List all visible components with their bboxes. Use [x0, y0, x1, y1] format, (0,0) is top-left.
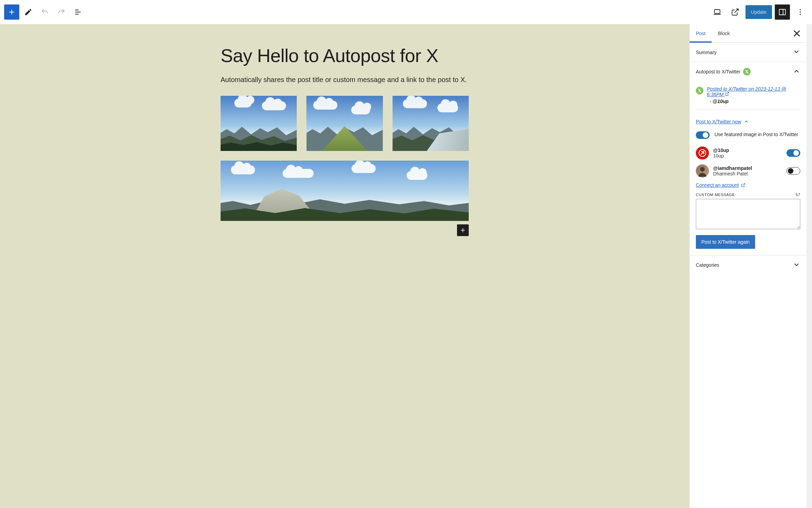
chevron-up-icon: [793, 68, 800, 76]
avatar-10up: [696, 146, 709, 160]
custom-message-count: 57: [796, 193, 800, 197]
canvas-inner: Say Hello to Autopost for X Automaticall…: [207, 45, 483, 221]
panorama-image[interactable]: [221, 161, 469, 221]
gallery-row: [221, 96, 469, 151]
account-row-10up: @10up 10up: [696, 146, 800, 160]
svg-point-3: [800, 11, 801, 12]
add-block-button[interactable]: [4, 4, 19, 20]
account-meta: @10up 10up: [713, 148, 729, 159]
post-title[interactable]: Say Hello to Autopost for X: [221, 45, 469, 66]
plus-icon: [459, 227, 466, 234]
posted-link[interactable]: Posted to X/Twitter on 2023-12-13 @ 6:36…: [707, 86, 800, 97]
document-overview-button[interactable]: [70, 4, 85, 20]
account-meta: @iamdharmpatel Dharmesh Patel: [713, 165, 752, 176]
editor-topbar: Update: [0, 0, 812, 24]
external-link-icon: [725, 92, 729, 96]
tab-post[interactable]: Post: [690, 24, 712, 42]
tools-button[interactable]: [21, 4, 36, 20]
account-row-iamdharmpatel: @iamdharmpatel Dharmesh Patel: [696, 164, 800, 177]
chevron-down-icon: [793, 261, 800, 270]
account-name: Dharmesh Patel: [713, 171, 752, 176]
x-badge-icon: [743, 68, 751, 75]
close-sidebar-button[interactable]: [791, 28, 802, 39]
view-button[interactable]: [710, 4, 725, 20]
editor-canvas[interactable]: Say Hello to Autopost for X Automaticall…: [0, 24, 689, 508]
external-link-icon: [731, 8, 739, 16]
posted-status: Posted to X/Twitter on 2023-12-13 @ 6:36…: [696, 86, 800, 104]
panel-autopost-title: Autopost to X/Twitter: [696, 69, 740, 74]
featured-image-toggle[interactable]: [696, 131, 710, 139]
options-button[interactable]: [793, 4, 808, 20]
panel-summary-header[interactable]: Summary: [690, 43, 806, 62]
post-now-link[interactable]: Post to X/Twitter now: [696, 119, 749, 124]
svg-point-7: [700, 167, 704, 172]
settings-sidebar: Post Block Summary Autopost to X/Twitter: [689, 24, 806, 508]
panel-autopost-body: Posted to X/Twitter on 2023-12-13 @ 6:36…: [690, 81, 806, 255]
account-handle: @10up: [713, 148, 729, 153]
append-block-button[interactable]: [457, 224, 469, 236]
panel-categories-title: Categories: [696, 262, 719, 268]
post-paragraph[interactable]: Automatically shares the post title or c…: [221, 74, 469, 85]
panorama-wrap: [221, 161, 469, 221]
settings-sidebar-toggle[interactable]: [775, 4, 790, 20]
custom-message-input[interactable]: [696, 199, 800, 229]
scrollbar[interactable]: [806, 24, 812, 508]
chevron-up-icon: [743, 119, 749, 124]
svg-point-2: [800, 9, 801, 10]
posted-sep: -: [710, 99, 711, 104]
panel-autopost-header[interactable]: Autopost to X/Twitter: [690, 62, 806, 81]
preview-button[interactable]: [728, 4, 743, 20]
more-vertical-icon: [796, 8, 804, 16]
topbar-left: [4, 4, 85, 20]
laptop-icon: [713, 8, 721, 16]
tab-block[interactable]: Block: [712, 24, 736, 42]
svg-rect-0: [714, 10, 720, 13]
gallery-image-2[interactable]: [306, 96, 383, 151]
update-button[interactable]: Update: [745, 5, 772, 19]
account-handle: @iamdharmpatel: [713, 165, 752, 171]
svg-point-4: [800, 14, 801, 15]
panel-categories-header[interactable]: Categories: [690, 255, 806, 275]
svg-rect-1: [779, 9, 785, 15]
topbar-right: Update: [710, 4, 808, 20]
gallery-image-3[interactable]: [393, 96, 469, 151]
plus-icon: [8, 8, 16, 16]
account-toggle-10up[interactable]: [786, 149, 800, 157]
account-name: 10up: [713, 153, 729, 159]
redo-button[interactable]: [54, 4, 69, 20]
sidebar-icon: [778, 8, 786, 16]
panel-summary-title: Summary: [696, 50, 717, 55]
featured-image-toggle-row: Use featured image in Post to X/Twitter: [696, 131, 800, 139]
sidebar-panels: Summary Autopost to X/Twitter: [690, 43, 806, 508]
x-badge-icon: [696, 87, 703, 94]
featured-image-label: Use featured image in Post to X/Twitter: [714, 131, 798, 138]
close-icon: [791, 28, 802, 39]
divider: [696, 110, 800, 110]
connect-account-link[interactable]: Connect an account: [696, 182, 745, 188]
redo-icon: [57, 8, 65, 16]
main-area: Say Hello to Autopost for X Automaticall…: [0, 24, 812, 508]
outline-icon: [74, 8, 82, 16]
gallery-image-1[interactable]: [221, 96, 297, 151]
undo-button[interactable]: [37, 4, 52, 20]
account-toggle-iamdharmpatel[interactable]: [786, 167, 800, 175]
chevron-down-icon: [793, 48, 800, 57]
custom-message-label-row: CUSTOM MESSAGE: 57: [696, 193, 800, 197]
undo-icon: [41, 8, 49, 16]
external-link-icon: [741, 183, 745, 187]
post-again-button[interactable]: Post to X/Twitter again: [696, 235, 755, 249]
custom-message-label: CUSTOM MESSAGE:: [696, 193, 736, 197]
pencil-icon: [24, 8, 32, 16]
sidebar-tabs: Post Block: [690, 24, 806, 43]
posted-handle: @10up: [713, 99, 729, 104]
avatar-iamdharmpatel: [696, 164, 709, 177]
